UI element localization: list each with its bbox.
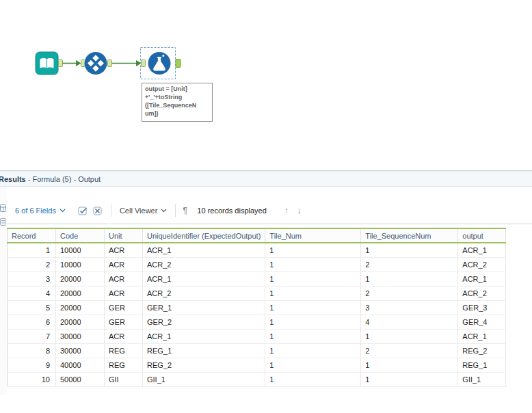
- cell[interactable]: 1: [265, 358, 361, 372]
- scroll-up-icon[interactable]: ↑: [284, 205, 289, 215]
- cell[interactable]: GER_1: [143, 300, 265, 315]
- cell[interactable]: 40000: [56, 358, 105, 372]
- workflow-canvas[interactable]: output = [Unit] +'_'+toString ([Tile_Seq…: [0, 0, 532, 170]
- cell[interactable]: GER_2: [143, 315, 265, 329]
- cell[interactable]: 2: [8, 257, 56, 271]
- cell[interactable]: ACR: [105, 271, 143, 286]
- scroll-down-icon[interactable]: ↓: [297, 205, 302, 215]
- cell[interactable]: 30000: [56, 329, 105, 343]
- cell[interactable]: GER_4: [458, 315, 506, 329]
- cell[interactable]: GER_3: [458, 300, 506, 315]
- cell[interactable]: 6: [8, 315, 56, 329]
- table-view-icon[interactable]: [0, 203, 6, 212]
- deselect-all-fields-icon[interactable]: [93, 206, 103, 215]
- cell[interactable]: 3: [8, 271, 56, 286]
- metadata-view-icon[interactable]: [0, 217, 6, 226]
- cell[interactable]: ACR: [105, 329, 143, 343]
- cell[interactable]: GER: [105, 300, 143, 315]
- cell[interactable]: 10000: [56, 243, 105, 257]
- column-header-output[interactable]: output: [458, 228, 506, 243]
- cell[interactable]: ACR_1: [143, 243, 265, 257]
- cell[interactable]: ACR_1: [143, 329, 265, 343]
- cell[interactable]: 2: [361, 257, 458, 271]
- cell[interactable]: ACR_1: [458, 329, 506, 343]
- cell[interactable]: 50000: [56, 372, 105, 386]
- input-data-tool-icon[interactable]: [36, 52, 58, 75]
- cell[interactable]: 1: [361, 358, 458, 372]
- results-pane-title: Results - Formula (5) - Output: [0, 172, 532, 187]
- cell[interactable]: ACR: [105, 286, 143, 300]
- cell[interactable]: REG_2: [458, 343, 506, 358]
- tool-annotation[interactable]: output = [Unit] +'_'+toString ([Tile_Seq…: [142, 83, 213, 122]
- output-anchor[interactable]: [59, 60, 63, 67]
- input-anchor[interactable]: [142, 60, 146, 67]
- cell[interactable]: 20000: [56, 271, 105, 286]
- cell[interactable]: ACR_2: [458, 286, 506, 300]
- cell[interactable]: 30000: [56, 343, 105, 358]
- cell[interactable]: GII_1: [143, 372, 265, 386]
- column-header-uniqueidentifier[interactable]: UniqueIdentifier (ExpectedOutput): [143, 228, 265, 243]
- cell[interactable]: GII_1: [458, 372, 506, 386]
- cell[interactable]: 1: [265, 372, 361, 386]
- cell[interactable]: 1: [8, 243, 56, 257]
- cell[interactable]: 4: [8, 286, 56, 300]
- cell[interactable]: REG_2: [143, 358, 265, 372]
- output-anchor[interactable]: [176, 59, 181, 68]
- cell[interactable]: 3: [361, 300, 458, 315]
- cell[interactable]: 1: [265, 315, 361, 329]
- cell[interactable]: 20000: [56, 300, 105, 315]
- toolbar-separator: [111, 204, 111, 217]
- cell[interactable]: 7: [8, 329, 56, 343]
- cell[interactable]: 8: [8, 343, 56, 358]
- cell[interactable]: 1: [361, 271, 458, 286]
- cell[interactable]: 9: [8, 358, 56, 372]
- cell[interactable]: GER: [105, 315, 143, 329]
- cell[interactable]: 2: [361, 286, 458, 300]
- cell[interactable]: 1: [265, 329, 361, 343]
- output-anchor[interactable]: [108, 60, 112, 67]
- cell[interactable]: 1: [361, 372, 458, 386]
- cell[interactable]: 1: [265, 343, 361, 358]
- cell[interactable]: REG: [105, 343, 143, 358]
- cell[interactable]: 1: [265, 300, 361, 315]
- table-row: 520000GERGER_113GER_3: [8, 300, 506, 315]
- cell[interactable]: 20000: [56, 286, 105, 300]
- results-grid: Record Code Unit UniqueIdentifier (Expec…: [7, 228, 506, 387]
- cell[interactable]: 1: [265, 271, 361, 286]
- cell[interactable]: ACR: [105, 243, 143, 257]
- table-row: 420000ACRACR_212ACR_2: [8, 286, 506, 300]
- cell[interactable]: 1: [265, 286, 361, 300]
- column-header-unit[interactable]: Unit: [105, 228, 143, 243]
- cell[interactable]: 10000: [56, 257, 105, 271]
- cell[interactable]: ACR_1: [143, 271, 265, 286]
- tile-tool-icon[interactable]: [85, 52, 107, 75]
- cell[interactable]: GII: [105, 372, 143, 386]
- column-header-tile-num[interactable]: Tile_Num: [265, 228, 361, 243]
- cell[interactable]: 20000: [56, 315, 105, 329]
- show-whitespace-icon[interactable]: ¶: [183, 205, 187, 215]
- column-header-tile-sequencenum[interactable]: Tile_SequenceNum: [361, 228, 458, 243]
- cell[interactable]: 10: [8, 372, 56, 386]
- cell[interactable]: 1: [265, 243, 361, 257]
- select-all-fields-icon[interactable]: [78, 206, 88, 215]
- formula-tool-icon[interactable]: [148, 52, 171, 75]
- cell[interactable]: ACR_2: [143, 286, 265, 300]
- cell[interactable]: ACR: [105, 257, 143, 271]
- cell-viewer-dropdown[interactable]: Cell Viewer: [120, 206, 167, 215]
- cell[interactable]: 1: [361, 329, 458, 343]
- cell[interactable]: ACR_2: [143, 257, 265, 271]
- cell[interactable]: REG_1: [143, 343, 265, 358]
- column-header-record[interactable]: Record: [8, 228, 56, 243]
- cell[interactable]: REG_1: [458, 358, 506, 372]
- cell[interactable]: 1: [265, 257, 361, 271]
- column-header-code[interactable]: Code: [56, 228, 105, 243]
- cell[interactable]: ACR_1: [458, 271, 506, 286]
- cell[interactable]: 2: [361, 343, 458, 358]
- cell[interactable]: ACR_1: [458, 243, 506, 257]
- cell[interactable]: 5: [8, 300, 56, 315]
- cell[interactable]: ACR_2: [458, 257, 506, 271]
- fields-dropdown[interactable]: 6 of 6 Fields: [15, 206, 66, 215]
- cell[interactable]: 4: [361, 315, 458, 329]
- cell[interactable]: 1: [361, 243, 458, 257]
- cell[interactable]: REG: [105, 358, 143, 372]
